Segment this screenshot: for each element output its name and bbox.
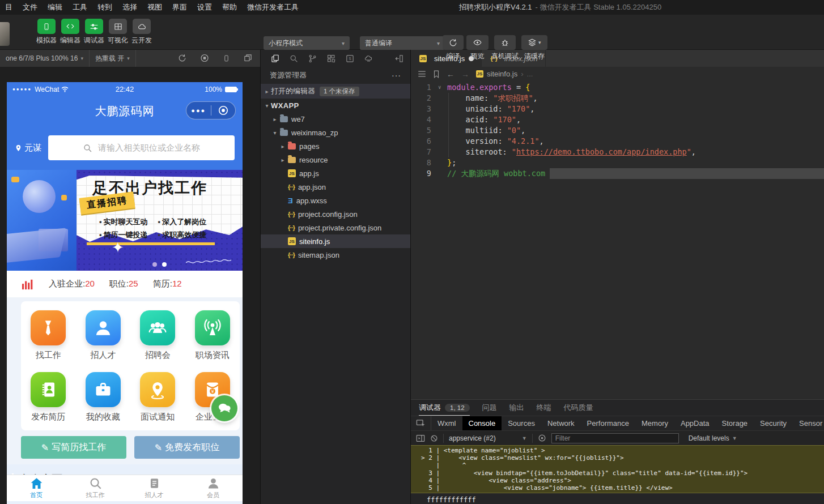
清缓存-button[interactable]: ▾清缓存: [521, 35, 547, 61]
tree-item-project.private.config.json[interactable]: {··}project.private.config.json: [261, 221, 410, 234]
breadcrumb[interactable]: JS siteinfo.js › ...: [476, 70, 533, 78]
devtools-tab-appdata[interactable]: AppData: [674, 416, 716, 430]
panel-tab-问题[interactable]: 问题: [482, 400, 497, 416]
tab-会员[interactable]: 会员: [184, 475, 243, 501]
tree-item-resource[interactable]: ▸resource: [261, 153, 410, 166]
banner-carousel[interactable]: 足不出户找工作 直播招聘 •实时聊天互动•深入了解岗位•简历一键投递•求职高效便…: [7, 170, 243, 271]
menu-item-工具[interactable]: 工具: [67, 2, 92, 12]
panel-tab-调试器[interactable]: 调试器1, 12: [419, 400, 470, 416]
search-input[interactable]: 请输入相关职位或企业名称: [48, 135, 235, 160]
multi-window-icon[interactable]: [244, 54, 252, 63]
stop-icon[interactable]: [200, 54, 209, 63]
tree-item-siteinfo.js[interactable]: JSsiteinfo.js: [261, 234, 410, 248]
tab-首页[interactable]: 首页: [7, 475, 66, 501]
tree-item-app.js[interactable]: JSapp.js: [261, 166, 410, 180]
s-box-icon[interactable]: S: [346, 54, 354, 63]
open-editors-row[interactable]: ▸ 打开的编辑器 1 个未保存: [261, 84, 410, 99]
tree-item-sitemap.json[interactable]: {··}sitemap.json: [261, 248, 410, 262]
menu-item-选择[interactable]: 选择: [117, 2, 142, 12]
devtools-tab-memory[interactable]: Memory: [635, 416, 674, 430]
可视化-button[interactable]: 可视化: [108, 19, 128, 45]
grid-item-招聘会[interactable]: 招聘会: [130, 310, 185, 361]
panel-tab-终端[interactable]: 终端: [537, 400, 551, 416]
tab-找工作[interactable]: 找工作: [66, 475, 125, 501]
panel-toggle-icon[interactable]: [416, 434, 425, 442]
grid-item-找工作[interactable]: 找工作: [21, 310, 76, 361]
grid-item-职场资讯[interactable]: 职场资讯: [185, 310, 240, 361]
grid-item-面试通知[interactable]: 面试通知: [130, 372, 185, 422]
post-job-button[interactable]: ✎免费发布职位: [134, 436, 240, 459]
panel-tab-输出[interactable]: 输出: [509, 400, 524, 416]
device-select[interactable]: one 6/7/8 Plus 100% 16▾: [0, 50, 90, 67]
hot-reload-toggle[interactable]: 热重载 开▾: [90, 50, 136, 67]
menu-item-目[interactable]: 目: [0, 2, 18, 12]
refresh-icon[interactable]: [178, 54, 186, 63]
tree-item-app.json[interactable]: {··}app.json: [261, 180, 410, 194]
forward-arrow-icon[interactable]: →: [461, 70, 469, 79]
devtools-tab-console[interactable]: Console: [462, 416, 502, 430]
customer-service-chat-button[interactable]: [211, 395, 237, 421]
预览-button[interactable]: 预览: [466, 35, 489, 61]
write-resume-button[interactable]: ✎写简历找工作: [21, 436, 126, 459]
log-levels-select[interactable]: Default levels▼: [689, 434, 737, 442]
tree-item-pages[interactable]: ▸pages: [261, 139, 410, 153]
more-icon[interactable]: ●●●: [186, 107, 211, 114]
menu-item-界面[interactable]: 界面: [167, 2, 192, 12]
grid-item-我的收藏[interactable]: 我的收藏: [76, 372, 131, 422]
调试器-button[interactable]: 调试器: [84, 19, 104, 45]
devtools-tab-wxml[interactable]: Wxml: [431, 416, 462, 430]
devtools-tab-sensor[interactable]: Sensor: [793, 416, 824, 430]
devtools-tab-security[interactable]: Security: [754, 416, 793, 430]
编译-button[interactable]: 编译: [443, 35, 464, 61]
grid-item-招人才[interactable]: 招人才: [76, 310, 131, 361]
grid-item-发布简历[interactable]: 发布简历: [21, 372, 76, 422]
teapot-icon[interactable]: [364, 54, 373, 63]
tree-item-project.config.json[interactable]: {··}project.config.json: [261, 207, 410, 221]
collapse-sidebar-icon[interactable]: [395, 54, 403, 63]
user-avatar[interactable]: [0, 22, 10, 46]
mode-select[interactable]: 小程序模式▾: [264, 36, 350, 50]
capsule-menu[interactable]: ●●●: [186, 101, 236, 119]
模拟器-button[interactable]: 模拟器: [36, 19, 57, 45]
menu-item-帮助[interactable]: 帮助: [217, 2, 242, 12]
tree-item-app.wxss[interactable]: Ǝapp.wxss: [261, 194, 410, 207]
bookmark-icon[interactable]: [433, 70, 440, 78]
extensions-icon[interactable]: [327, 54, 335, 63]
device-icon[interactable]: [223, 54, 230, 63]
menu-item-视图[interactable]: 视图: [142, 2, 167, 12]
编辑器-button[interactable]: 编辑器: [60, 19, 80, 45]
code-editor[interactable]: 1∨module.exports = {2 name: "求职招聘",3 uni…: [411, 81, 824, 399]
carousel-dot-2[interactable]: [162, 262, 167, 267]
devtools-tab-performance[interactable]: Performance: [581, 416, 635, 430]
devtools-tab-storage[interactable]: Storage: [716, 416, 754, 430]
more-actions-icon[interactable]: ···: [392, 71, 401, 80]
panel-tab-代码质量[interactable]: 代码质量: [564, 400, 593, 416]
devtools-tab-sources[interactable]: Sources: [502, 416, 541, 430]
menu-item-文件[interactable]: 文件: [18, 2, 43, 12]
menu-item-设置[interactable]: 设置: [192, 2, 217, 12]
console-filter-input[interactable]: [551, 433, 679, 443]
clear-console-icon[interactable]: [430, 434, 438, 442]
menu-item-转到[interactable]: 转到: [92, 2, 117, 12]
carousel-dot-1[interactable]: [152, 262, 157, 267]
search-icon[interactable]: [290, 54, 298, 63]
menu-item-编辑[interactable]: 编辑: [43, 2, 67, 12]
eye-filter-icon[interactable]: [538, 434, 546, 442]
git-branch-icon[interactable]: [308, 54, 317, 63]
compile-mode-select[interactable]: 普通编译▾: [360, 36, 445, 50]
context-select[interactable]: appservice (#2)▼: [449, 434, 527, 442]
workspace-root-row[interactable]: ▾ WXAPP: [261, 99, 410, 112]
back-arrow-icon[interactable]: ←: [447, 70, 455, 79]
location-picker[interactable]: 元谋: [15, 143, 41, 153]
outline-menu-icon[interactable]: [418, 70, 426, 78]
云开发-button[interactable]: 云开发: [131, 19, 152, 45]
devtools-tab-network[interactable]: Network: [541, 416, 581, 430]
tree-item-we7[interactable]: ▸we7: [261, 112, 410, 126]
tab-招人才[interactable]: 招人才: [125, 475, 184, 501]
close-target-icon[interactable]: [211, 105, 236, 116]
files-icon[interactable]: [271, 54, 279, 63]
menu-item-微信开发者工具[interactable]: 微信开发者工具: [242, 2, 304, 12]
真机调试-button[interactable]: 真机调试: [491, 35, 519, 61]
inspect-element-icon[interactable]: [411, 416, 431, 430]
tree-item-weixinmao_zp[interactable]: ▾weixinmao_zp: [261, 126, 410, 139]
